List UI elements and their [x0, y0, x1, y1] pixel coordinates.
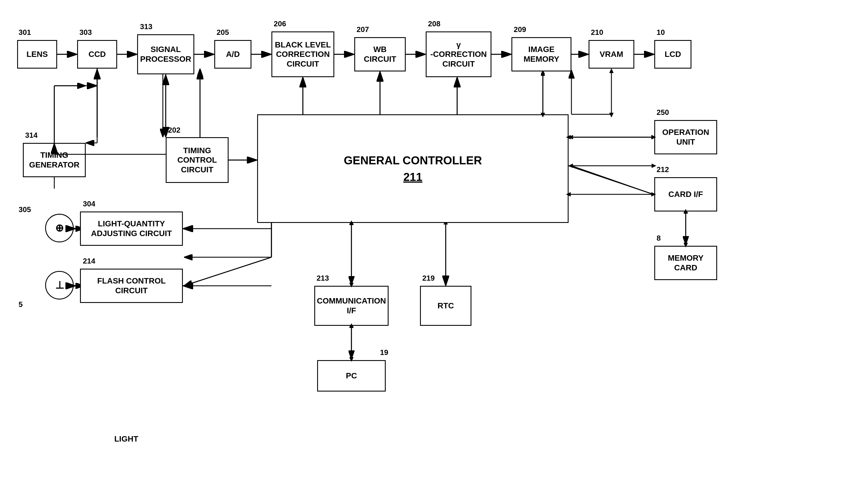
ref-10: 10 [657, 28, 665, 37]
light-qty-block: LIGHT-QUANTITYADJUSTING CIRCUIT [80, 212, 183, 246]
svg-line-83 [568, 166, 653, 194]
svg-line-45 [184, 257, 272, 286]
flash-control-block: FLASH CONTROLCIRCUIT [80, 269, 183, 303]
bottom-light-label: LIGHT [114, 434, 138, 444]
signal-processor-block: SIGNALPROCESSOR [137, 34, 194, 74]
light-aperture-symbol: ⊕ [45, 214, 74, 242]
ref-219: 219 [422, 274, 435, 283]
ref-304: 304 [83, 200, 95, 208]
ref-212: 212 [657, 165, 669, 174]
svg-marker-33 [568, 164, 573, 168]
ref-209: 209 [514, 25, 526, 34]
svg-line-30 [571, 166, 653, 194]
lens-block: LENS [17, 40, 57, 69]
ref-301: 301 [19, 28, 31, 37]
lcd-block: LCD [654, 40, 691, 69]
ccd-block: CCD [77, 40, 117, 69]
wb-circuit-block: WBCIRCUIT [354, 37, 406, 71]
gamma-correction-block: γ-CORRECTIONCIRCUIT [426, 31, 491, 77]
ref-202: 202 [168, 126, 180, 134]
rtc-block: RTC [420, 286, 471, 326]
ref-19: 19 [380, 348, 388, 357]
svg-marker-32 [652, 164, 656, 168]
vram-block: VRAM [589, 40, 634, 69]
memory-card-block: MEMORYCARD [654, 246, 717, 280]
ref-8: 8 [657, 234, 660, 243]
ref-303: 303 [80, 28, 92, 37]
svg-marker-79 [610, 113, 613, 117]
ad-block: A/D [214, 40, 251, 69]
timing-control-block: TIMINGCONTROLCIRCUIT [166, 137, 228, 183]
card-if-block: CARD I/F [654, 177, 717, 212]
ref-313: 313 [140, 22, 152, 31]
image-memory-block: IMAGEMEMORY [512, 37, 571, 71]
ref-314: 314 [25, 131, 37, 140]
ref-213: 213 [317, 274, 329, 283]
ref-206: 206 [274, 20, 286, 28]
ref-305: 305 [19, 205, 31, 214]
ref-210: 210 [591, 28, 603, 37]
svg-marker-78 [610, 69, 613, 73]
flash-symbol: ⊥ [45, 271, 74, 300]
ref-207: 207 [356, 25, 369, 34]
black-level-block: BLACK LEVELCORRECTIONCIRCUIT [272, 31, 334, 77]
timing-generator-block: TIMINGGENERATOR [23, 143, 86, 177]
ref-214: 214 [83, 257, 95, 266]
ref-5: 5 [19, 300, 23, 309]
svg-marker-75 [541, 71, 545, 76]
communication-if-block: COMMUNICATIONI/F [314, 286, 389, 326]
operation-unit-block: OPERATIONUNIT [654, 120, 717, 154]
circuit-diagram: 301 303 313 205 206 207 208 209 210 10 3… [0, 0, 868, 487]
ref-208: 208 [428, 20, 440, 28]
pc-block: PC [317, 360, 386, 392]
svg-marker-29 [568, 135, 573, 139]
svg-line-99 [184, 257, 272, 286]
ref-205: 205 [217, 28, 229, 37]
general-controller-block: GENERAL CONTROLLER 211 [257, 114, 568, 223]
ref-250: 250 [657, 108, 669, 117]
